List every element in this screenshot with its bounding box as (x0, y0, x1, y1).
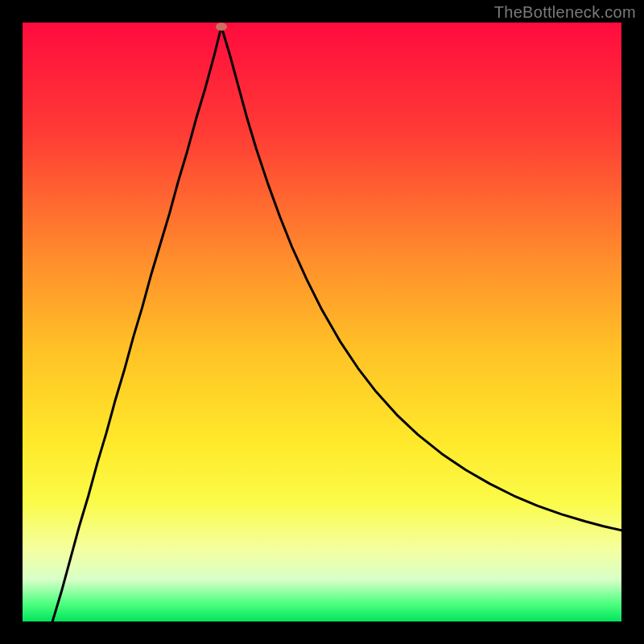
minimum-marker (216, 23, 227, 31)
chart-area (23, 23, 621, 621)
frame: TheBottleneck.com (0, 0, 644, 644)
watermark-text: TheBottleneck.com (494, 3, 636, 22)
chart-background (23, 23, 621, 621)
chart-svg (23, 23, 621, 621)
